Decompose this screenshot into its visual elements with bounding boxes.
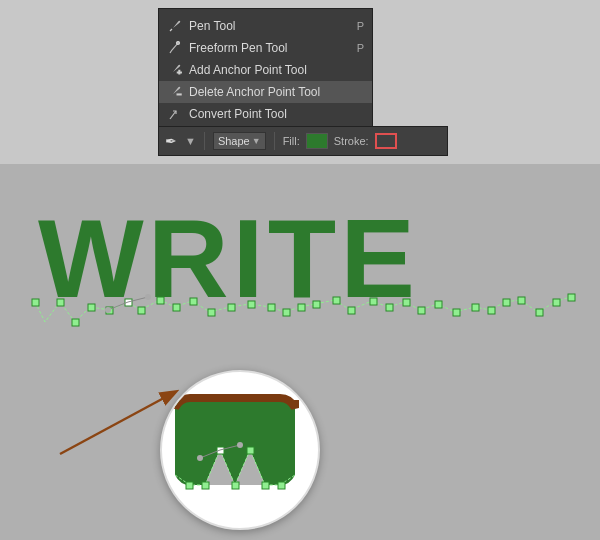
- svg-text:−: −: [177, 90, 182, 99]
- svg-rect-47: [232, 482, 239, 489]
- svg-rect-9: [88, 304, 95, 311]
- pen-tool-item[interactable]: Pen Tool P: [159, 15, 372, 37]
- svg-rect-28: [418, 307, 425, 314]
- svg-point-41: [145, 294, 151, 300]
- options-arrow: ▼: [185, 135, 196, 147]
- svg-point-53: [197, 455, 203, 461]
- options-pen-icon: ✒: [165, 133, 177, 149]
- svg-line-38: [108, 302, 128, 310]
- svg-rect-34: [518, 297, 525, 304]
- svg-rect-17: [228, 304, 235, 311]
- svg-rect-31: [472, 304, 479, 311]
- stroke-color-box[interactable]: [375, 133, 397, 149]
- stroke-label: Stroke:: [334, 135, 369, 147]
- mode-dropdown[interactable]: Shape ▼: [213, 132, 266, 150]
- svg-rect-6: [32, 299, 39, 306]
- freeform-pen-tool-item[interactable]: Freeform Pen Tool P: [159, 37, 372, 59]
- svg-rect-19: [268, 304, 275, 311]
- svg-point-40: [105, 307, 111, 313]
- svg-rect-20: [283, 309, 290, 316]
- write-path-svg: WRITE WRITE: [20, 182, 590, 342]
- svg-rect-29: [435, 301, 442, 308]
- fill-label: Fill:: [283, 135, 300, 147]
- svg-rect-24: [348, 307, 355, 314]
- svg-rect-37: [568, 294, 575, 301]
- svg-rect-10: [106, 307, 113, 314]
- delete-anchor-label: Delete Anchor Point Tool: [189, 85, 320, 99]
- pen-tool-label: Pen Tool: [189, 19, 235, 33]
- svg-rect-25: [370, 298, 377, 305]
- svg-text:+: +: [177, 68, 182, 77]
- svg-rect-23: [333, 297, 340, 304]
- add-anchor-icon: +: [167, 62, 183, 78]
- svg-rect-48: [247, 447, 254, 454]
- divider-2: [274, 132, 275, 150]
- canvas-area: WRITE WRITE: [0, 164, 600, 540]
- svg-rect-32: [488, 307, 495, 314]
- svg-rect-13: [157, 297, 164, 304]
- svg-rect-44: [186, 482, 193, 489]
- freeform-pen-icon: [167, 40, 183, 56]
- svg-rect-27: [403, 299, 410, 306]
- svg-rect-45: [202, 482, 209, 489]
- svg-point-54: [237, 442, 243, 448]
- fill-color-box[interactable]: [306, 133, 328, 149]
- mode-label: Shape: [218, 135, 250, 147]
- svg-point-0: [177, 42, 180, 45]
- pen-tool-shortcut: P: [357, 20, 364, 32]
- options-bar: ✒ ▼ Shape ▼ Fill: Stroke:: [158, 126, 448, 156]
- svg-rect-50: [278, 482, 285, 489]
- svg-rect-11: [125, 299, 132, 306]
- zoom-svg: [165, 380, 315, 520]
- svg-rect-12: [138, 307, 145, 314]
- add-anchor-label: Add Anchor Point Tool: [189, 63, 307, 77]
- delete-anchor-icon: −: [167, 84, 183, 100]
- svg-rect-15: [190, 298, 197, 305]
- convert-point-tool-item[interactable]: Convert Point Tool: [159, 103, 372, 125]
- svg-rect-16: [208, 309, 215, 316]
- svg-rect-5: [20, 182, 590, 212]
- tool-popup: Pen Tool P Freeform Pen Tool P + Add Anc…: [158, 8, 373, 132]
- svg-rect-33: [503, 299, 510, 306]
- svg-text:WRITE: WRITE: [38, 196, 419, 321]
- delete-anchor-tool-item[interactable]: − Delete Anchor Point Tool: [159, 81, 372, 103]
- convert-point-label: Convert Point Tool: [189, 107, 287, 121]
- svg-rect-49: [262, 482, 269, 489]
- svg-text:WRITE: WRITE: [38, 196, 419, 321]
- pen-tool-icon: [167, 18, 183, 34]
- mode-chevron: ▼: [252, 136, 261, 146]
- svg-rect-35: [536, 309, 543, 316]
- svg-rect-22: [313, 301, 320, 308]
- write-container: WRITE WRITE: [20, 182, 590, 312]
- svg-rect-8: [72, 319, 79, 326]
- divider-1: [204, 132, 205, 150]
- zoom-circle: [160, 370, 320, 530]
- svg-rect-36: [553, 299, 560, 306]
- freeform-pen-label: Freeform Pen Tool: [189, 41, 288, 55]
- svg-line-39: [128, 297, 148, 302]
- add-anchor-tool-item[interactable]: + Add Anchor Point Tool: [159, 59, 372, 81]
- svg-rect-21: [298, 304, 305, 311]
- freeform-pen-shortcut: P: [357, 42, 364, 54]
- svg-rect-26: [386, 304, 393, 311]
- svg-rect-7: [57, 299, 64, 306]
- svg-rect-14: [173, 304, 180, 311]
- svg-line-43: [60, 392, 175, 454]
- svg-rect-30: [453, 309, 460, 316]
- svg-rect-18: [248, 301, 255, 308]
- convert-point-icon: [167, 106, 183, 122]
